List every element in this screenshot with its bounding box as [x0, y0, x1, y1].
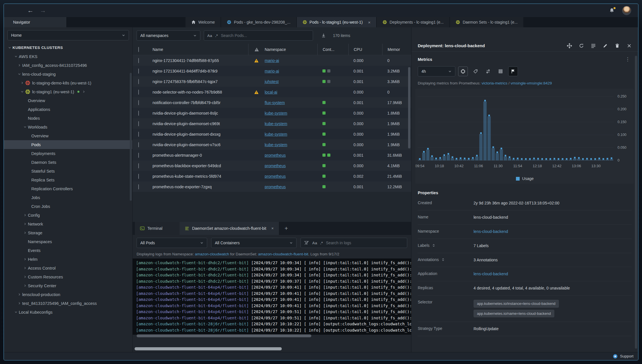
sort-updown-icon[interactable] — [441, 258, 445, 261]
row-checkbox[interactable] — [138, 58, 139, 63]
dock-tab-terminal[interactable]: Terminal — [135, 222, 180, 235]
refresh-icon[interactable] — [579, 43, 584, 48]
sidebar-item-security-center[interactable]: Security Center — [4, 281, 132, 290]
metrics-source-link[interactable]: victoria-metrics — [482, 81, 507, 85]
table-row[interactable]: prometheus-node-exporter-7zgxqprometheus… — [133, 181, 411, 192]
row-checkbox[interactable] — [138, 163, 139, 168]
edit-icon[interactable] — [603, 43, 608, 48]
download-icon[interactable] — [321, 33, 326, 38]
log-namespace-link[interactable]: amazon-cloudwatch — [195, 252, 229, 256]
tab-deployments-lc-staging1-e[interactable]: Deployments - lc-staging1 (e... — [377, 17, 449, 27]
row-checkbox[interactable] — [138, 90, 139, 95]
sidebar-item-replication-controllers[interactable]: Replication Controllers — [4, 184, 132, 193]
row-checkbox[interactable] — [138, 111, 139, 116]
table-row[interactable]: prometheus-kube-state-metrics-5fd974prom… — [133, 171, 411, 181]
namespace-link[interactable]: kube-system — [265, 121, 287, 126]
table-row[interactable]: nginx-1721304411-74df86f588-87p55mario-a… — [133, 55, 411, 66]
sidebar-item-workloads[interactable]: Workloads — [4, 123, 132, 131]
kebab-menu-icon[interactable]: ⋮ — [625, 56, 630, 62]
sidebar-item-lc-staging1-eu-west-1[interactable]: lc-staging1 (eu-west-1) — [4, 87, 132, 96]
namespace-link[interactable]: mario-ai — [265, 69, 279, 73]
row-checkbox[interactable] — [138, 184, 139, 189]
tab-daemon-sets-lc-staging1-e[interactable]: Daemon Sets - lc-staging1 (e... — [450, 17, 523, 27]
sidebar-item-local-kubeconfigs[interactable]: Local Kubeconfigs — [4, 308, 132, 317]
sidebar-item-storage[interactable]: Storage — [4, 228, 132, 237]
sidebar-item-replica-sets[interactable]: Replica Sets — [4, 175, 132, 184]
select-all-checkbox[interactable] — [138, 47, 139, 52]
column-header-name[interactable]: Name — [153, 47, 248, 52]
row-checkbox[interactable] — [138, 174, 139, 179]
row-checkbox[interactable] — [138, 69, 139, 74]
sidebar-item-network[interactable]: Network — [4, 220, 132, 228]
user-avatar[interactable] — [622, 6, 631, 15]
column-header-memory[interactable]: Memor — [382, 44, 411, 55]
column-header-containers[interactable]: Cont... — [317, 44, 348, 55]
match-case-icon[interactable]: Aa — [207, 34, 212, 38]
table-row[interactable]: nvidia-device-plugin-daemonset-c969tkube… — [133, 118, 411, 129]
sidebar-item-daemon-sets[interactable]: Daemon Sets — [4, 158, 132, 167]
tag-metric-button[interactable] — [471, 67, 480, 76]
sidebar-item-kubernetes-clusters[interactable]: KUBERNETES CLUSTERS — [4, 43, 132, 52]
sidebar-item-cron-jobs[interactable]: Cron Jobs — [4, 202, 132, 211]
rows-metric-button[interactable] — [496, 67, 505, 76]
log-pod-filter-select[interactable]: All Pods — [137, 238, 207, 248]
row-checkbox[interactable] — [138, 153, 139, 158]
sidebar-item-lenscloud-production[interactable]: lenscloud-production — [4, 290, 132, 299]
sidebar-scrollbar[interactable] — [130, 73, 132, 201]
sidebar-item-overview[interactable]: Overview — [4, 96, 132, 105]
pods-table-scrollbar[interactable] — [408, 67, 410, 148]
close-tab-icon[interactable]: × — [368, 20, 371, 25]
table-row[interactable]: prometheus-alertmanager-0prometheus0.001… — [133, 150, 411, 160]
namespace-link[interactable]: prometheus — [265, 153, 286, 158]
namespace-link[interactable]: flux-system — [265, 100, 285, 105]
sidebar-item-config[interactable]: Config — [4, 211, 132, 220]
property-value[interactable]: lens-cloud-backend — [474, 271, 632, 277]
sort-updown-icon[interactable] — [432, 244, 435, 247]
table-row[interactable]: nginx-1721304411-84d4ff7d4b-87tk9mario-a… — [133, 66, 411, 76]
forward-button[interactable]: → — [40, 7, 46, 14]
sidebar-item-test-841310725496-iam-config-access[interactable]: test_841310725496_IAM_config_access — [4, 299, 132, 308]
tab-welcome[interactable]: Welcome — [186, 17, 221, 27]
log-container-filter-select[interactable]: All Containers — [211, 238, 297, 248]
sidebar-item-pods[interactable]: Pods — [4, 140, 132, 149]
new-dock-tab-button[interactable]: + — [279, 222, 294, 235]
tab-pods-gke-lens-dev-298208[interactable]: Pods - gke_lens-dev-298208_... — [221, 17, 296, 27]
row-checkbox[interactable] — [138, 132, 139, 137]
sidebar-item-nodes[interactable]: Nodes — [4, 114, 132, 123]
sidebar-item-overview[interactable]: Overview — [4, 131, 132, 140]
namespace-link[interactable]: mario-ai — [265, 58, 279, 63]
sidebar-item-events[interactable]: Events — [4, 246, 132, 255]
sidebar-item-lc-staging-demo-k8s-eu-west-1[interactable]: lc-staging-demo-k8s (eu-west-1) — [4, 78, 132, 87]
filter-off-icon[interactable] — [304, 240, 309, 245]
row-checkbox[interactable] — [138, 142, 139, 147]
support-button[interactable]: Support — [613, 354, 633, 359]
dock-horizontal-scrollbar[interactable] — [135, 347, 282, 350]
sidebar-item-custom-resources[interactable]: Custom Resources — [4, 272, 132, 281]
trash-icon[interactable] — [615, 43, 620, 48]
namespace-link[interactable]: prometheus — [265, 174, 286, 179]
namespace-link[interactable]: prometheus — [265, 164, 286, 168]
table-row[interactable]: nvidia-device-plugin-daemonset-v7sc6kube… — [133, 139, 411, 150]
dock-tab-daemonset-amazon-cloudwatch-fluent-bit[interactable]: DaemonSet amazon-cloudwatch-fluent-bit× — [180, 222, 279, 235]
namespace-link[interactable]: prometheus — [265, 185, 286, 189]
notifications-button[interactable] — [609, 8, 615, 13]
namespace-link[interactable]: kube-system — [265, 132, 287, 136]
regex-icon[interactable]: .* — [320, 241, 323, 245]
back-button[interactable]: ← — [27, 7, 34, 14]
table-row[interactable]: prometheus-blackbox-exporter-549dcdprome… — [133, 160, 411, 171]
row-checkbox[interactable] — [138, 121, 139, 126]
sidebar-item-namespaces[interactable]: Namespaces — [4, 237, 132, 246]
namespace-link[interactable]: juhotest — [265, 79, 279, 84]
close-dock-tab-icon[interactable]: × — [271, 226, 274, 231]
property-value[interactable]: lens-cloud-backend — [474, 229, 632, 234]
logs-search-input[interactable] — [326, 241, 404, 245]
sidebar-item-stateful-sets[interactable]: Stateful Sets — [4, 167, 132, 175]
row-checkbox[interactable] — [138, 100, 139, 105]
sort-metric-button[interactable] — [483, 67, 493, 76]
flag-metric-button[interactable] — [508, 67, 518, 76]
table-row[interactable]: notification-controller-7bfbfd6479-cbl5r… — [133, 97, 411, 108]
metrics-range-select[interactable]: 4h — [418, 66, 455, 76]
sidebar-item-iam-config-access-841310725496[interactable]: IAM_config_access-841310725496 — [4, 61, 132, 70]
sidebar-item-helm[interactable]: Helm — [4, 255, 132, 264]
column-header-namespace[interactable]: Namespace — [265, 47, 317, 52]
